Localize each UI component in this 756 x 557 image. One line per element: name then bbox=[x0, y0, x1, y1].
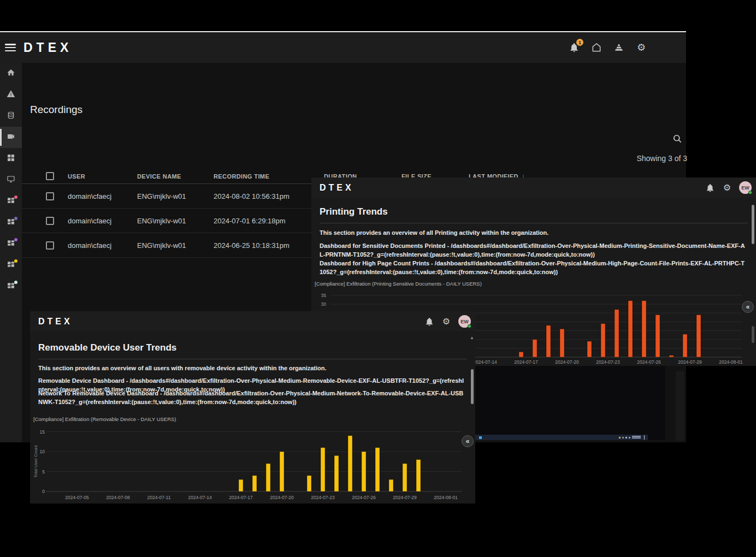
svg-text:2024-07-20: 2024-07-20 bbox=[270, 495, 294, 500]
main-topbar: DTEX 1 ⚙ bbox=[0, 32, 686, 63]
col-user[interactable]: USER bbox=[68, 173, 137, 180]
svg-text:2024-07-14: 2024-07-14 bbox=[473, 359, 497, 365]
database-icon bbox=[7, 111, 15, 122]
svg-text:2024-07-29: 2024-07-29 bbox=[678, 359, 702, 365]
row-checkbox[interactable] bbox=[46, 192, 54, 200]
sidebar-item-module-2[interactable] bbox=[0, 212, 22, 233]
svg-text:2024-07-08: 2024-07-08 bbox=[106, 495, 130, 500]
printing-title: Printing Trends bbox=[320, 206, 388, 217]
removable-dashboard-link-2[interactable]: Network To Removable Device Dashboard - … bbox=[38, 389, 464, 407]
svg-text:Total User Count: Total User Count bbox=[33, 445, 38, 478]
sidebar-item-recordings[interactable] bbox=[0, 127, 22, 148]
grid-icon bbox=[7, 153, 15, 164]
svg-text:30: 30 bbox=[321, 301, 327, 307]
printing-chart-title: [Compliance] Exfiltration (Printing Sens… bbox=[315, 281, 482, 287]
sidebar-item-dashboards[interactable] bbox=[0, 148, 22, 169]
module-color-dot bbox=[14, 195, 17, 199]
sidebar bbox=[0, 63, 22, 442]
dtex-logo: DTEX bbox=[23, 40, 72, 55]
printing-dashboard-link-1[interactable]: Dashboard for Sensitive Documents Printe… bbox=[320, 242, 745, 259]
svg-text:2024-07-29: 2024-07-29 bbox=[393, 495, 417, 500]
cell-user: domain\cfaecj bbox=[68, 192, 137, 200]
sidebar-item-module-3[interactable] bbox=[0, 233, 22, 254]
settings-gear-icon[interactable]: ⚙ bbox=[441, 317, 451, 327]
sidebar-item-module-5[interactable] bbox=[0, 276, 22, 297]
user-avatar[interactable]: EW bbox=[458, 315, 471, 328]
removable-description: This section provides an overview of all… bbox=[38, 364, 464, 373]
removable-chart-title: [Compliance] Exfiltration (Removable Dev… bbox=[33, 416, 176, 422]
svg-text:2024-08-01: 2024-08-01 bbox=[719, 359, 743, 365]
online-status-dot bbox=[748, 191, 752, 194]
recording-preview-frame bbox=[475, 365, 665, 440]
sidebar-item-alerts[interactable] bbox=[0, 84, 22, 105]
user-avatar[interactable]: EW bbox=[739, 181, 752, 194]
notification-badge: 1 bbox=[576, 39, 583, 46]
home-icon bbox=[7, 68, 15, 79]
settings-gear-icon[interactable]: ⚙ bbox=[722, 183, 732, 193]
svg-text:2024-07-17: 2024-07-17 bbox=[514, 359, 538, 365]
cell-user: domain\cfaecj bbox=[68, 217, 137, 225]
monitor-icon bbox=[7, 175, 15, 186]
start-button-icon bbox=[479, 436, 482, 439]
module-color-dot bbox=[14, 217, 17, 220]
col-recording-time[interactable]: RECORDING TIME bbox=[214, 173, 324, 180]
tray-clock bbox=[632, 436, 641, 439]
background-strip bbox=[676, 371, 684, 441]
cell-recording-time: 2024-07-01 6:29:18pm bbox=[214, 217, 324, 225]
svg-text:35: 35 bbox=[321, 293, 327, 298]
svg-text:2024-07-20: 2024-07-20 bbox=[555, 359, 579, 365]
sidebar-item-module-4[interactable] bbox=[0, 254, 22, 276]
module-color-dot bbox=[14, 238, 17, 241]
settings-gear-icon[interactable]: ⚙ bbox=[636, 42, 647, 53]
svg-text:0: 0 bbox=[42, 489, 45, 494]
showing-count: Showing 3 of 3 bbox=[636, 154, 687, 163]
pyramid-icon[interactable] bbox=[613, 42, 624, 53]
notifications-bell-icon[interactable] bbox=[705, 183, 715, 193]
sidebar-item-data[interactable] bbox=[0, 105, 22, 127]
svg-text:2024-07-26: 2024-07-26 bbox=[637, 359, 661, 365]
removable-scrollbar[interactable]: ▲ bbox=[470, 334, 474, 501]
online-status-dot bbox=[468, 324, 471, 328]
menu-icon[interactable] bbox=[5, 44, 16, 51]
row-checkbox[interactable] bbox=[46, 217, 54, 225]
notifications-bell-icon[interactable]: 1 bbox=[569, 42, 580, 53]
svg-text:5: 5 bbox=[42, 469, 45, 475]
svg-text:2024-07-05: 2024-07-05 bbox=[65, 495, 89, 500]
printing-scrollbar[interactable] bbox=[751, 200, 755, 364]
col-device-name[interactable]: DEVICE NAME bbox=[137, 173, 214, 180]
removable-topbar: DTEX ⚙ EW bbox=[30, 311, 475, 331]
collapse-panel-button[interactable]: « bbox=[742, 301, 754, 313]
page-title: Recordings bbox=[30, 104, 82, 116]
module-color-dot bbox=[14, 281, 17, 284]
cell-device: ENG\mjklv-w01 bbox=[137, 241, 214, 250]
alert-triangle-icon bbox=[7, 90, 15, 100]
removable-bar-chart: 0510152024-07-052024-07-082024-07-112024… bbox=[30, 423, 475, 503]
cell-recording-time: 2024-08-02 10:56:31pm bbox=[214, 192, 324, 200]
svg-text:2024-07-17: 2024-07-17 bbox=[229, 495, 253, 500]
printing-dashboard-link-2[interactable]: Dashboard for High Page Count Prints - /… bbox=[320, 259, 745, 277]
svg-text:2024-08-01: 2024-08-01 bbox=[434, 495, 458, 500]
preview-taskbar bbox=[475, 435, 648, 440]
sidebar-item-module-1[interactable] bbox=[0, 191, 22, 212]
dtex-logo: DTEX bbox=[38, 317, 73, 327]
printing-topbar: DTEX ⚙ EW bbox=[311, 177, 756, 198]
svg-text:2024-07-23: 2024-07-23 bbox=[311, 495, 335, 500]
notifications-bell-icon[interactable] bbox=[424, 317, 434, 327]
svg-text:2024-07-26: 2024-07-26 bbox=[352, 495, 376, 500]
printing-description: This section provides an overview of all… bbox=[320, 229, 745, 238]
sidebar-item-home[interactable] bbox=[0, 63, 22, 84]
cell-user: domain\cfaecj bbox=[68, 241, 137, 250]
row-checkbox[interactable] bbox=[46, 241, 54, 250]
collapse-panel-button[interactable]: « bbox=[462, 435, 474, 447]
svg-text:10: 10 bbox=[40, 449, 45, 454]
removable-device-window: DTEX ⚙ EW Removable Device User Trends T… bbox=[30, 311, 475, 503]
removable-title: Removable Device User Trends bbox=[38, 342, 176, 353]
dtex-logo: DTEX bbox=[320, 183, 354, 193]
select-all-checkbox[interactable] bbox=[46, 172, 54, 180]
search-icon[interactable] bbox=[672, 133, 683, 144]
home-pentagon-icon[interactable] bbox=[591, 42, 602, 53]
cell-device: ENG\mjklv-w01 bbox=[137, 217, 214, 225]
module-color-dot bbox=[14, 259, 17, 263]
sidebar-item-endpoints[interactable] bbox=[0, 169, 22, 191]
svg-text:2024-07-14: 2024-07-14 bbox=[188, 495, 212, 500]
